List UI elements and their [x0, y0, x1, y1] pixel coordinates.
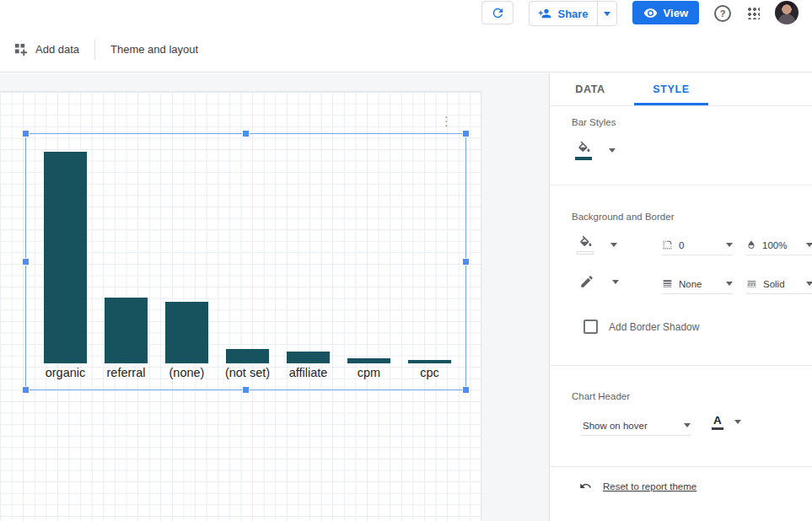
- border-radius-dropdown-icon: [726, 243, 733, 247]
- border-style-value: Solid: [763, 279, 806, 289]
- apps-grid-icon[interactable]: [746, 6, 760, 19]
- background-border-title: Background and Border: [572, 212, 674, 222]
- chart-more-menu-icon[interactable]: ⋮: [440, 115, 453, 127]
- theme-layout-label: Theme and layout: [110, 43, 198, 56]
- panel-tabs: DATA STYLE: [550, 73, 812, 106]
- border-weight-dropdown-icon: [726, 282, 733, 286]
- resize-handle-bottom-left[interactable]: [23, 387, 29, 393]
- top-bar: Share View ?: [0, 0, 812, 28]
- bar-color-dropdown-icon[interactable]: [609, 148, 616, 153]
- resize-handle-top-middle[interactable]: [243, 131, 249, 137]
- header-visibility-dropdown-icon: [684, 423, 691, 427]
- border-weight-field[interactable]: None: [662, 274, 733, 294]
- help-icon[interactable]: ?: [714, 5, 731, 22]
- opacity-dropdown-icon: [806, 243, 812, 247]
- share-button-group: Share: [529, 1, 616, 26]
- border-color-dropdown-icon[interactable]: [612, 280, 619, 284]
- edit-toolbar: Add data Theme and layout: [0, 27, 812, 73]
- add-data-button[interactable]: Add data: [13, 42, 79, 56]
- line-weight-icon: [662, 278, 673, 289]
- report-canvas: ⋮ organicreferral(none)(not set)affiliat…: [0, 73, 549, 521]
- eye-icon: [643, 6, 658, 20]
- line-style-icon: [746, 278, 757, 289]
- header-text-color-button[interactable]: A: [712, 414, 741, 430]
- section-divider: [550, 466, 812, 467]
- opacity-field[interactable]: 100%: [746, 235, 812, 255]
- help-glyph: ?: [720, 8, 726, 19]
- resize-handle-middle-right[interactable]: [463, 259, 469, 265]
- chart-header-title: Chart Header: [572, 391, 630, 401]
- bar-styles-title: Bar Styles: [572, 117, 616, 127]
- report-page[interactable]: ⋮ organicreferral(none)(not set)affiliat…: [0, 91, 481, 521]
- section-divider: [550, 185, 812, 185]
- toolbar-divider: [94, 40, 95, 60]
- header-visibility-dropdown[interactable]: Show on hover: [581, 416, 691, 436]
- border-shadow-label: Add Border Shadow: [609, 321, 699, 333]
- opacity-droplet-icon: [746, 239, 756, 250]
- tab-data-label: DATA: [575, 83, 605, 95]
- view-button[interactable]: View: [632, 1, 699, 24]
- border-style-field[interactable]: Solid: [746, 274, 812, 294]
- properties-panel: DATA STYLE Bar Styles Background and Bor…: [549, 73, 812, 521]
- view-button-label: View: [664, 7, 688, 19]
- resize-handle-top-right[interactable]: [463, 131, 469, 137]
- border-shadow-checkbox[interactable]: [583, 320, 598, 334]
- border-radius-value: 0: [679, 240, 726, 250]
- person-add-icon: [538, 7, 551, 20]
- text-color-icon: A: [712, 414, 723, 430]
- add-data-label: Add data: [35, 43, 79, 56]
- paint-bucket-icon: [578, 235, 594, 250]
- border-radius-field[interactable]: 0: [662, 235, 733, 255]
- theme-and-layout-button[interactable]: Theme and layout: [110, 43, 198, 56]
- resize-handle-top-left[interactable]: [23, 131, 29, 137]
- rounded-corner-icon: [662, 239, 673, 250]
- share-button[interactable]: Share: [530, 2, 596, 25]
- refresh-icon: [491, 6, 505, 20]
- refresh-button[interactable]: [481, 1, 514, 24]
- tab-style[interactable]: STYLE: [631, 73, 712, 105]
- section-divider: [550, 365, 812, 366]
- tab-active-indicator: [634, 103, 708, 105]
- app-window: Share View ? Add data Theme: [0, 0, 812, 521]
- border-color-picker[interactable]: [577, 274, 597, 289]
- reset-link-label: Reset to report theme: [603, 481, 696, 491]
- undo-icon: [578, 480, 593, 492]
- text-color-dropdown-icon: [734, 420, 741, 424]
- border-weight-value: None: [679, 279, 726, 289]
- add-data-icon: [13, 42, 28, 56]
- background-color-picker[interactable]: [575, 235, 595, 255]
- background-color-swatch: [577, 251, 594, 255]
- chart-selection-box[interactable]: [25, 133, 466, 390]
- resize-handle-bottom-middle[interactable]: [243, 387, 249, 393]
- tab-style-label: STYLE: [653, 83, 689, 95]
- header-visibility-value: Show on hover: [583, 421, 684, 431]
- resize-handle-bottom-right[interactable]: [463, 387, 469, 393]
- pen-icon: [579, 274, 594, 289]
- tab-data[interactable]: DATA: [550, 73, 631, 105]
- opacity-value: 100%: [762, 240, 806, 250]
- reset-to-theme-button[interactable]: Reset to report theme: [578, 480, 696, 492]
- bar-color-picker[interactable]: [573, 141, 594, 160]
- border-style-dropdown-icon: [806, 282, 812, 286]
- avatar[interactable]: [775, 1, 799, 24]
- background-color-dropdown-icon[interactable]: [610, 243, 617, 247]
- share-dropdown-button[interactable]: [598, 2, 616, 25]
- share-button-label: Share: [557, 8, 588, 20]
- paint-bucket-icon: [576, 141, 592, 155]
- resize-handle-middle-left[interactable]: [23, 259, 29, 265]
- chevron-down-icon: [604, 12, 610, 16]
- bar-color-swatch: [575, 157, 592, 160]
